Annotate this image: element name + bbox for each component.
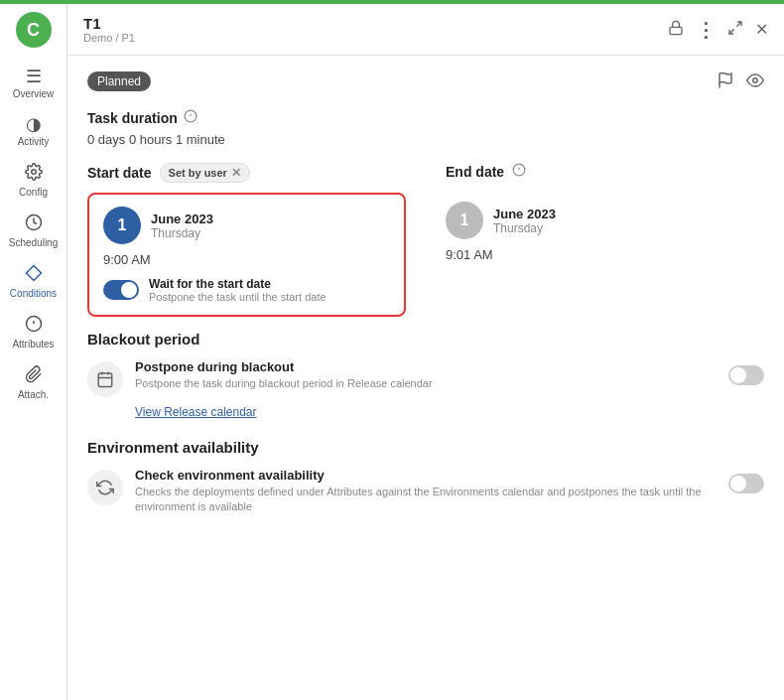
task-duration-value: 0 days 0 hours 1 minute <box>87 132 764 147</box>
end-date-info-row: 1 June 2023 Thursday <box>446 202 764 239</box>
flag-icon[interactable] <box>717 71 734 94</box>
more-icon[interactable]: ⋮ <box>696 18 716 42</box>
conditions-icon <box>25 264 43 285</box>
sidebar-item-activity[interactable]: ◑ Activity <box>0 107 66 155</box>
topbar-actions: ⋮ ✕ <box>668 18 768 42</box>
start-date-info-row: 1 June 2023 Thursday <box>103 207 390 244</box>
date-row: Start date Set by user ✕ 1 June 2023 Thu… <box>87 163 764 317</box>
end-date-col: End date 1 June 2023 Thursday <box>446 163 764 317</box>
attach-icon <box>25 365 43 386</box>
blackout-text: Postpone during blackout Postpone the ta… <box>135 359 717 391</box>
sidebar-item-label: Attributes <box>12 339 54 350</box>
main-panel: T1 Demo / P1 ⋮ ✕ Planned <box>67 4 784 700</box>
start-date-col: Start date Set by user ✕ 1 June 2023 Thu… <box>87 163 406 317</box>
app-logo[interactable]: C <box>16 12 52 48</box>
sidebar-item-label: Config <box>19 187 48 198</box>
blackout-heading: Blackout period <box>87 331 764 348</box>
svg-rect-17 <box>98 373 112 387</box>
end-date-time: 9:01 AM <box>446 247 764 262</box>
wait-toggle-row: Wait for the start date Postpone the tas… <box>103 277 390 303</box>
task-duration-title: Task duration <box>87 109 764 126</box>
wait-toggle-label-group: Wait for the start date Postpone the tas… <box>149 277 327 303</box>
end-date-circle: 1 <box>446 202 483 239</box>
blackout-feature-row: Postpone during blackout Postpone the ta… <box>87 359 764 397</box>
environment-toggle-wrap <box>728 468 764 493</box>
environment-desc: Checks the deployments defined under Att… <box>135 485 717 515</box>
content-area: Planned Task duration 0 days 0 hours 1 m… <box>67 56 784 700</box>
close-icon[interactable]: ✕ <box>755 20 768 39</box>
sidebar-item-scheduling[interactable]: Scheduling <box>0 206 66 256</box>
end-date-card: 1 June 2023 Thursday 9:01 AM <box>446 190 764 284</box>
status-badge: Planned <box>87 71 151 91</box>
environment-heading: Environment availability <box>87 439 764 456</box>
sidebar-item-label: Activity <box>18 136 50 147</box>
blackout-title: Postpone during blackout <box>135 359 717 374</box>
environment-icon <box>87 470 123 505</box>
blackout-toggle[interactable] <box>728 365 764 385</box>
topbar-subtitle: Demo / P1 <box>83 32 135 44</box>
svg-line-7 <box>736 22 741 27</box>
set-by-user-badge: Set by user ✕ <box>160 163 250 183</box>
config-icon <box>25 163 43 184</box>
sidebar-item-label: Attach. <box>18 389 49 400</box>
topbar: T1 Demo / P1 ⋮ ✕ <box>67 4 784 56</box>
activity-icon: ◑ <box>26 115 42 133</box>
sidebar-item-conditions[interactable]: Conditions <box>0 256 66 307</box>
svg-marker-2 <box>26 266 41 281</box>
blackout-toggle-wrap <box>728 359 764 385</box>
environment-title: Check environment availability <box>135 468 717 483</box>
attributes-icon <box>25 315 43 336</box>
task-duration-info-icon[interactable] <box>184 109 197 126</box>
wait-toggle-label: Wait for the start date <box>149 277 327 291</box>
svg-rect-6 <box>670 27 682 34</box>
end-date-info-icon[interactable] <box>512 163 526 180</box>
overview-icon: ☰ <box>26 68 42 85</box>
sidebar-item-label: Conditions <box>10 288 57 299</box>
sidebar-item-label: Scheduling <box>9 237 58 248</box>
blackout-section: Blackout period Postpone during blackout… <box>87 331 764 419</box>
start-date-circle: 1 <box>103 207 141 244</box>
top-green-bar <box>0 0 784 4</box>
environment-section: Environment availability Check environme… <box>87 439 764 515</box>
lock-icon[interactable] <box>668 20 684 40</box>
wait-toggle[interactable] <box>103 280 139 300</box>
content-header-row: Planned <box>87 71 764 105</box>
eye-icon[interactable] <box>746 71 764 94</box>
wait-toggle-desc: Postpone the task until the start date <box>149 291 327 303</box>
svg-line-8 <box>729 29 734 34</box>
sidebar-item-label: Overview <box>13 88 55 99</box>
sidebar-item-attach[interactable]: Attach. <box>0 357 66 408</box>
start-date-time: 9:00 AM <box>103 252 390 267</box>
svg-point-0 <box>31 170 36 175</box>
topbar-title-group: T1 Demo / P1 <box>83 15 135 44</box>
svg-point-10 <box>753 78 758 83</box>
header-icons <box>717 71 764 94</box>
sidebar: C ☰ Overview ◑ Activity Config Schedulin… <box>0 4 67 700</box>
end-date-label: End date <box>446 163 764 180</box>
start-date-text: June 2023 Thursday <box>151 211 213 240</box>
blackout-icon <box>87 361 123 397</box>
environment-text: Check environment availability Checks th… <box>135 468 717 515</box>
sidebar-item-attributes[interactable]: Attributes <box>0 307 66 357</box>
environment-toggle[interactable] <box>728 474 764 493</box>
sidebar-item-config[interactable]: Config <box>0 155 66 206</box>
badge-remove-icon[interactable]: ✕ <box>231 166 241 180</box>
topbar-title: T1 <box>83 15 135 32</box>
scheduling-icon <box>25 213 43 234</box>
environment-feature-row: Check environment availability Checks th… <box>87 468 764 515</box>
blackout-desc: Postpone the task during blackout period… <box>135 376 717 391</box>
sidebar-item-overview[interactable]: ☰ Overview <box>0 60 66 107</box>
end-date-text: June 2023 Thursday <box>493 207 556 235</box>
start-date-label: Start date Set by user ✕ <box>87 163 406 183</box>
view-release-calendar-link[interactable]: View Release calendar <box>135 405 764 419</box>
start-date-card: 1 June 2023 Thursday 9:00 AM Wait for th… <box>87 193 406 317</box>
expand-icon[interactable] <box>727 20 743 40</box>
